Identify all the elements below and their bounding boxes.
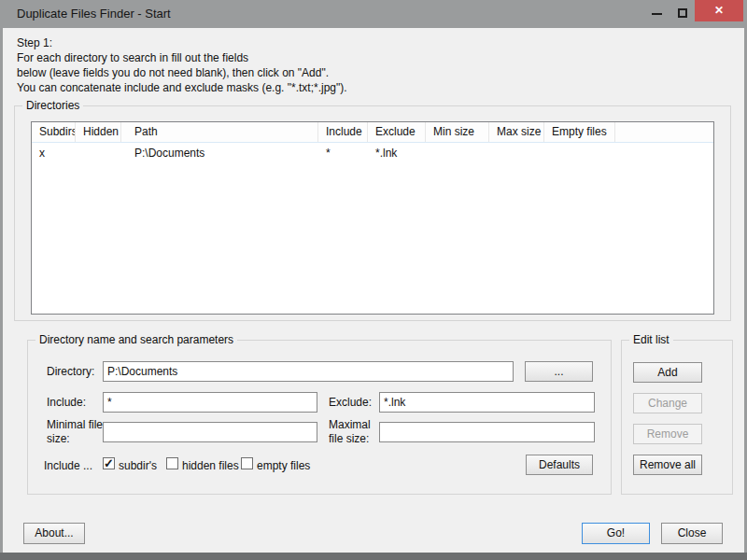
window-title: Duplicate Files Finder - Start — [17, 0, 171, 28]
intro-line-4: You can concatenate include and exclude … — [17, 80, 347, 95]
cell-path: P:\Documents — [121, 143, 318, 163]
col-path[interactable]: Path — [121, 122, 318, 142]
cell-hidden — [76, 143, 121, 163]
table-header: Subdirs Hidden Path Include Exclude Min … — [32, 122, 714, 143]
max-size-label: Maximal file size: — [329, 418, 387, 446]
defaults-button[interactable]: Defaults — [526, 455, 593, 475]
empty-files-checkbox[interactable] — [241, 457, 253, 469]
minimize-icon — [652, 13, 662, 15]
browse-button[interactable]: ... — [525, 361, 593, 382]
col-filler — [615, 122, 714, 142]
cell-empty-files — [544, 143, 615, 163]
intro-line-2: For each directory to search in fill out… — [17, 50, 248, 65]
app-window: Duplicate Files Finder - Start ✕ Step 1:… — [0, 0, 747, 560]
subdirs-checkbox[interactable]: ✓ — [103, 457, 115, 469]
subdirs-checkbox-label[interactable]: subdir's — [119, 459, 157, 473]
max-size-input[interactable] — [379, 422, 595, 442]
col-min-size[interactable]: Min size — [426, 122, 489, 142]
intro-line-1: Step 1: — [17, 35, 52, 50]
cell-max-size — [489, 143, 544, 163]
close-window-button[interactable]: ✕ — [695, 0, 743, 21]
include-input[interactable] — [103, 392, 317, 413]
go-button[interactable]: Go! — [582, 523, 650, 544]
close-icon: ✕ — [714, 4, 724, 17]
exclude-label: Exclude: — [329, 396, 372, 410]
maximize-icon — [678, 8, 687, 18]
hidden-files-checkbox[interactable] — [166, 457, 178, 469]
directory-input[interactable] — [103, 361, 514, 382]
col-exclude[interactable]: Exclude — [368, 122, 426, 142]
col-subdirs[interactable]: Subdirs — [32, 122, 76, 142]
close-button[interactable]: Close — [661, 523, 723, 544]
col-hidden[interactable]: Hidden — [76, 122, 121, 142]
titlebar: Duplicate Files Finder - Start — [0, 0, 747, 28]
edit-list-group-label: Edit list — [629, 333, 673, 346]
min-size-input[interactable] — [103, 422, 317, 442]
about-button[interactable]: About... — [23, 523, 85, 544]
search-params-group-label: Directory name and search parameters — [35, 333, 237, 346]
cell-min-size — [426, 143, 489, 163]
table-row[interactable]: x P:\Documents * *.lnk — [32, 143, 714, 163]
remove-all-button[interactable]: Remove all — [633, 455, 702, 475]
exclude-input[interactable] — [379, 392, 595, 413]
add-button[interactable]: Add — [633, 362, 702, 383]
change-button: Change — [633, 393, 702, 413]
window-bottom-border — [0, 553, 747, 560]
empty-files-checkbox-label[interactable]: empty files — [257, 459, 310, 473]
minimize-button[interactable] — [644, 0, 669, 22]
cell-exclude: *.lnk — [368, 143, 426, 163]
cell-subdirs: x — [32, 143, 76, 163]
intro-line-3: below (leave fields you do not need blan… — [17, 65, 329, 80]
col-include[interactable]: Include — [318, 122, 368, 142]
remove-button: Remove — [633, 424, 702, 444]
directories-group-label: Directories — [22, 99, 83, 112]
include-options-label: Include ... — [44, 459, 92, 473]
min-size-label: Minimal file size: — [47, 418, 105, 446]
col-max-size[interactable]: Max size — [489, 122, 544, 142]
cell-filler — [615, 143, 714, 163]
include-label: Include: — [47, 396, 86, 410]
cell-include: * — [318, 143, 368, 163]
hidden-files-checkbox-label[interactable]: hidden files — [182, 459, 239, 473]
col-empty-files[interactable]: Empty files — [544, 122, 615, 142]
directories-table[interactable]: Subdirs Hidden Path Include Exclude Min … — [31, 121, 714, 315]
directory-label: Directory: — [47, 365, 94, 379]
